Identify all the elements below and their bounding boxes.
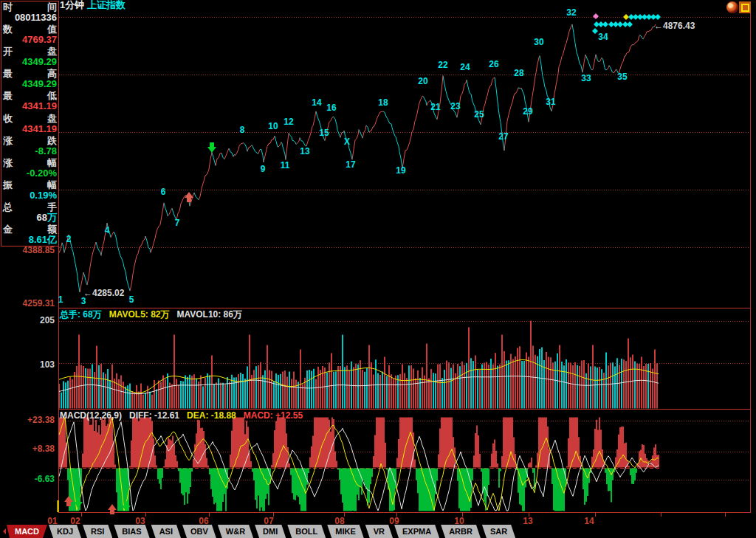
signal-diamond-icon [593, 13, 599, 19]
quote-row: 金额8.61亿 [1, 224, 58, 246]
macd-header: MACD(12,26,9)DIFF: -12.61DEA: -18.88MACD… [60, 410, 303, 421]
quote-row: 涨跌-8.78 [1, 135, 58, 157]
quote-row: 时间08011336 [1, 1, 58, 24]
wave-label-28: 28 [514, 68, 523, 78]
wave-label-25: 25 [474, 109, 484, 120]
restore-window-glyph [741, 4, 749, 12]
tab-sar[interactable]: SAR [482, 525, 515, 538]
wave-label-23: 23 [450, 101, 460, 111]
quote-row-label: 数值 [1, 24, 58, 35]
tab-expma[interactable]: EXPMA [394, 525, 439, 538]
wave-label-1: 1 [58, 294, 63, 305]
macd-histogram-positive [59, 418, 659, 468]
wave-label-20: 20 [418, 76, 427, 86]
period-label[interactable]: 1分钟 [60, 0, 84, 10]
last-price-annotation: ←4876.43 [654, 21, 695, 31]
quote-row-label: 时间 [1, 2, 58, 13]
quote-label-char: 手 [47, 202, 57, 213]
wave-label-19: 19 [396, 165, 405, 176]
wave-label-27: 27 [498, 131, 508, 142]
macd-histogram-negative [68, 469, 636, 511]
quote-label-char: 间 [47, 2, 57, 13]
tab-mike[interactable]: MIKE [327, 525, 364, 538]
wave-label-24: 24 [460, 62, 470, 72]
quote-row-label: 涨跌 [1, 136, 58, 146]
quote-row-label: 开盘 [1, 46, 58, 57]
tab-wr[interactable]: W&R [218, 525, 253, 538]
macd-header-item: MACD(12,26,9) [60, 410, 122, 421]
wave-label-10: 10 [268, 121, 278, 131]
axis-scale-label: 4388.85 [0, 246, 55, 255]
volume-header-item: MAVOL10: 86万 [176, 308, 241, 321]
axis-scale-label: 205 [0, 316, 55, 325]
volume-header-item: MAVOL5: 82万 [109, 308, 170, 321]
macd-header-item: DEA: -18.88 [187, 410, 236, 421]
wave-label-11: 11 [281, 160, 290, 170]
quote-label-char: 幅 [47, 180, 57, 190]
quote-value: 4341.19 [1, 124, 58, 134]
wave-label-32: 32 [566, 7, 576, 18]
wave-label-30: 30 [534, 37, 543, 47]
quote-label-char: 跌 [47, 136, 57, 146]
quote-label-char: 值 [47, 24, 57, 35]
restore-window-icon[interactable] [739, 1, 751, 13]
axis-scale-label: 4259.31 [0, 299, 55, 308]
wave-label-9: 9 [261, 164, 266, 174]
quote-row-label: 收盘 [1, 114, 58, 124]
quote-row: 开盘4349.29 [1, 46, 58, 68]
wave-label-4: 4 [105, 225, 110, 235]
wave-label-2: 2 [66, 234, 72, 244]
quote-label-char: 幅 [47, 158, 57, 168]
signal-arrow-up-icon [185, 192, 193, 202]
wave-label-18: 18 [378, 97, 388, 108]
tab-scroll-left-icon[interactable] [0, 525, 7, 538]
tab-vr[interactable]: VR [365, 525, 393, 538]
quote-value: 4349.29 [1, 79, 58, 89]
chart-canvas [0, 0, 756, 538]
tab-dmi[interactable]: DMI [255, 525, 286, 538]
tab-bias[interactable]: BIAS [114, 525, 149, 538]
quote-label-char: 最 [3, 69, 13, 79]
wave-label-3: 3 [81, 296, 86, 306]
indicator-tab-bar: MACDKDJRSIBIASASIOBVW&RDMIBOLLMIKEVREXPM… [0, 525, 756, 538]
quote-label-char: 总 [3, 202, 13, 213]
tab-kdj[interactable]: KDJ [49, 525, 81, 538]
tab-boll[interactable]: BOLL [287, 525, 326, 538]
wave-label-6: 6 [161, 187, 166, 197]
wave-label-34: 34 [598, 32, 608, 42]
quote-value: 4769.37 [1, 35, 58, 45]
symbol-label[interactable]: 上证指数 [87, 0, 126, 10]
wave-label-29: 29 [523, 106, 532, 117]
quote-value: 4349.29 [1, 57, 58, 67]
tab-macd[interactable]: MACD [7, 525, 47, 538]
tab-obv[interactable]: OBV [182, 525, 216, 538]
signal-diamond-icon [617, 21, 623, 27]
app-logo-icon[interactable] [726, 1, 738, 13]
wave-label-13: 13 [300, 146, 309, 156]
quote-label-char: 额 [47, 224, 57, 235]
signal-diamond-icon [623, 14, 629, 20]
quote-value: 8.61亿 [1, 235, 58, 245]
quote-label-char: 时 [3, 2, 13, 13]
signal-diamond-icon [655, 14, 661, 20]
quote-label-char: 低 [47, 91, 57, 101]
volume-header: 总手: 68万MAVOL5: 82万MAVOL10: 86万 [60, 308, 242, 321]
quote-row-label: 涨幅 [1, 158, 58, 168]
quote-row: 振幅0.19% [1, 179, 58, 201]
quote-label-char: 数 [3, 24, 13, 35]
axis-scale-label: +8.38 [0, 444, 55, 453]
quote-label-char: 收 [3, 114, 13, 124]
quote-label-char: 盘 [47, 114, 57, 124]
low-price-annotation: ←4285.02 [83, 288, 124, 298]
tab-asi[interactable]: ASI [151, 525, 181, 538]
wave-label-14: 14 [312, 97, 321, 108]
quote-row: 最高4349.29 [1, 68, 58, 90]
quote-row-label: 最低 [1, 91, 58, 101]
tab-rsi[interactable]: RSI [83, 525, 112, 538]
axis-scale-label: 103 [0, 360, 55, 369]
quote-label-char: 振 [3, 180, 13, 190]
quote-value: -0.20% [1, 168, 58, 179]
tab-arbr[interactable]: ARBR [441, 525, 481, 538]
wave-label-17: 17 [346, 159, 355, 170]
wave-label-15: 15 [319, 128, 329, 138]
